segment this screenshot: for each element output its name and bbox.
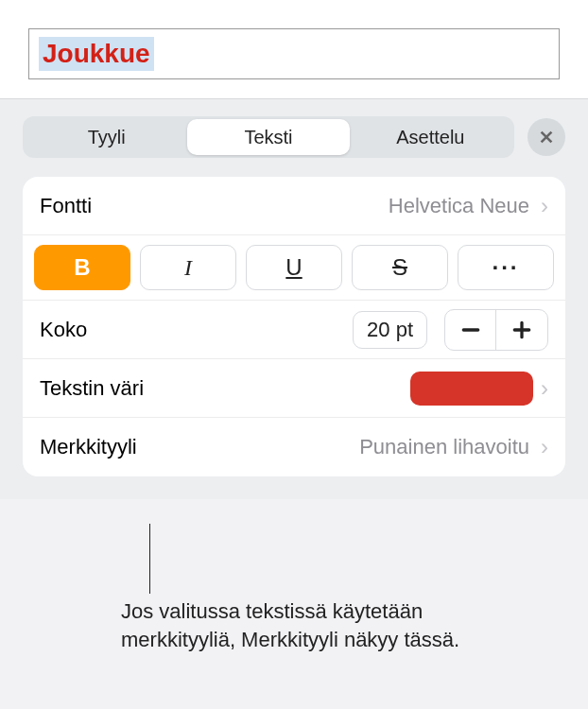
close-button[interactable]	[527, 118, 565, 156]
italic-button[interactable]: I	[140, 245, 236, 290]
text-color-row[interactable]: Tekstin väri ›	[23, 359, 565, 418]
selected-text[interactable]: Joukkue	[39, 37, 154, 71]
text-style-buttons-row: B I U S ···	[23, 235, 565, 301]
character-style-value: Punainen lihavoitu	[359, 435, 529, 459]
size-row: Koko 20 pt	[23, 301, 565, 359]
size-increase-button[interactable]	[496, 310, 547, 350]
bold-glyph: B	[74, 254, 90, 281]
strikethrough-glyph: S	[392, 254, 407, 281]
bold-button[interactable]: B	[34, 245, 130, 290]
tab-style[interactable]: Tyyli	[26, 119, 187, 155]
character-style-label: Merkkityyli	[40, 435, 137, 459]
size-label: Koko	[40, 318, 87, 342]
tab-text[interactable]: Teksti	[187, 119, 349, 155]
font-label: Fontti	[40, 194, 92, 218]
chevron-right-icon: ›	[541, 377, 548, 400]
segmented-control: Tyyli Teksti Asettelu	[23, 116, 514, 158]
close-icon	[538, 129, 555, 146]
size-value[interactable]: 20 pt	[353, 311, 427, 349]
underline-glyph: U	[285, 254, 302, 281]
canvas-area: Joukkue	[0, 0, 588, 98]
text-color-swatch[interactable]	[410, 372, 533, 406]
more-icon: ···	[492, 254, 519, 281]
minus-icon	[460, 320, 481, 340]
underline-button[interactable]: U	[246, 245, 342, 290]
chevron-right-icon: ›	[541, 436, 548, 458]
callout-text: Jos valitussa tekstissä käytetään merkki…	[121, 597, 518, 653]
size-decrease-button[interactable]	[445, 310, 496, 350]
font-value: Helvetica Neue	[389, 194, 529, 218]
size-stepper	[444, 309, 548, 351]
character-style-row[interactable]: Merkkityyli Punainen lihavoitu ›	[23, 418, 565, 476]
plus-icon	[511, 320, 532, 340]
tab-bar: Tyyli Teksti Asettelu	[23, 116, 565, 158]
more-options-button[interactable]: ···	[458, 245, 554, 290]
chevron-right-icon: ›	[541, 195, 548, 217]
tab-layout[interactable]: Asettelu	[350, 119, 511, 155]
text-box[interactable]: Joukkue	[28, 28, 560, 79]
font-row[interactable]: Fontti Helvetica Neue ›	[23, 177, 565, 235]
callout-leader	[149, 524, 150, 594]
text-options-card: Fontti Helvetica Neue › B I U S ··· Koko…	[23, 177, 565, 476]
text-color-label: Tekstin väri	[40, 376, 144, 401]
italic-glyph: I	[184, 255, 192, 281]
strikethrough-button[interactable]: S	[352, 245, 448, 290]
callout-leader-line	[149, 524, 150, 594]
format-panel: Tyyli Teksti Asettelu Fontti Helvetica N…	[0, 98, 588, 499]
